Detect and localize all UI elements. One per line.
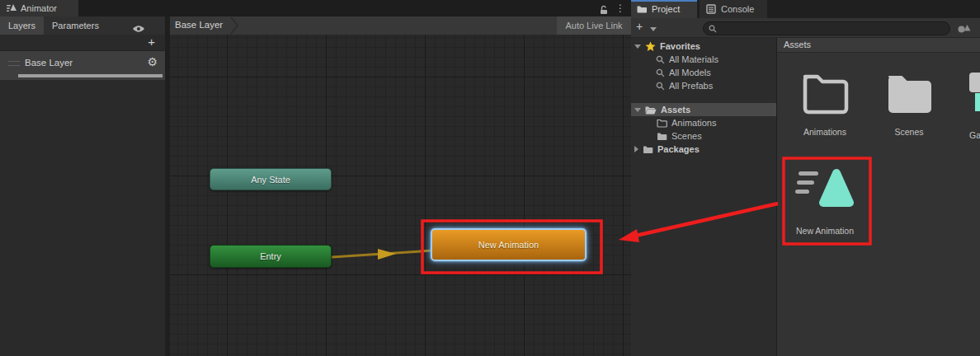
- layer-row-base-layer[interactable]: Base Layer ⚙: [0, 51, 165, 80]
- tree-item-all-prefabs[interactable]: All Prefabs: [631, 79, 776, 92]
- state-node-new-animation[interactable]: New Animation: [431, 228, 587, 261]
- add-layer-row: +: [0, 35, 165, 51]
- assets-grid-header-label: Assets: [784, 40, 811, 49]
- folder-empty-icon: [657, 119, 667, 128]
- state-node-any-state[interactable]: Any State: [210, 168, 332, 190]
- project-tabbar: Project Console: [631, 0, 980, 18]
- animation-clip-icon: [792, 162, 858, 209]
- animator-breadcrumb-bar: Base Layer Auto Live Link: [170, 16, 631, 35]
- search-icon: [656, 82, 665, 91]
- unity-editor: Animator ⋮ Layers Parameters + Base Laye…: [0, 0, 980, 356]
- folder-icon: [657, 132, 667, 141]
- chevron-right-icon[interactable]: [634, 146, 638, 152]
- project-body: Favorites All Materials All Models: [631, 38, 980, 356]
- chevron-down-icon[interactable]: [650, 27, 657, 31]
- animator-graph-canvas[interactable]: Any State Entry New Animation: [170, 35, 631, 356]
- tab-project-label: Project: [652, 4, 680, 14]
- auto-live-link-button[interactable]: Auto Live Link: [557, 16, 631, 35]
- asset-item-new-animation[interactable]: New Animation: [782, 162, 868, 236]
- layers-tab[interactable]: Layers: [0, 16, 44, 35]
- layer-name: Base Layer: [25, 58, 73, 68]
- folder-icon: [637, 5, 647, 13]
- transition-arrow[interactable]: [170, 35, 631, 356]
- parameters-tab[interactable]: Parameters: [44, 16, 107, 35]
- folder-open-icon: [645, 105, 657, 115]
- tree-item-favorites[interactable]: Favorites: [631, 40, 776, 53]
- partial-asset-icon: [975, 93, 980, 111]
- drag-handle-icon[interactable]: [8, 61, 20, 66]
- tree-item-animations[interactable]: Animations: [631, 116, 776, 129]
- assets-grid[interactable]: Assets Animations Scenes: [777, 38, 980, 356]
- search-by-type-icon[interactable]: [957, 21, 972, 34]
- asset-label: Animations: [782, 127, 868, 137]
- tab-console[interactable]: Console: [700, 0, 767, 18]
- tree-label: All Models: [669, 68, 711, 77]
- partial-asset-icon: [969, 73, 980, 92]
- star-icon: [645, 41, 656, 52]
- kebab-menu-icon[interactable]: ⋮: [615, 2, 625, 15]
- tree-item-all-materials[interactable]: All Materials: [631, 53, 776, 66]
- layer-weight-bar[interactable]: [18, 74, 163, 77]
- search-field[interactable]: [703, 21, 950, 35]
- breadcrumb-layer[interactable]: Base Layer: [175, 20, 223, 30]
- animator-icon: [7, 3, 16, 13]
- tree-label: Favorites: [660, 41, 700, 51]
- tree-item-packages[interactable]: Packages: [631, 143, 776, 156]
- asset-label: Scenes: [866, 127, 952, 137]
- tree-item-all-models[interactable]: All Models: [631, 66, 776, 79]
- chevron-down-icon[interactable]: [634, 44, 641, 49]
- tab-console-label: Console: [721, 4, 754, 14]
- tree-label: Assets: [661, 105, 690, 115]
- folder-empty-icon: [801, 71, 849, 115]
- tree-label: Animations: [671, 118, 716, 128]
- tree-label: Packages: [657, 144, 700, 154]
- add-layer-button[interactable]: +: [148, 35, 155, 49]
- assets-grid-header: Assets: [777, 38, 980, 53]
- node-label: Any State: [251, 175, 290, 185]
- create-asset-button[interactable]: +: [636, 20, 643, 33]
- search-icon: [709, 25, 717, 33]
- folder-icon: [643, 145, 653, 154]
- search-input[interactable]: [720, 23, 943, 34]
- node-label: New Animation: [478, 240, 539, 250]
- gear-icon[interactable]: ⚙: [147, 55, 158, 68]
- tree-label: All Prefabs: [669, 81, 713, 91]
- tree-label: All Materials: [669, 54, 719, 64]
- console-icon: [706, 4, 716, 14]
- asset-label: New Animation: [782, 226, 868, 236]
- asset-item-animations-folder[interactable]: Animations: [782, 71, 868, 137]
- breadcrumb-chevron-icon: [229, 16, 239, 35]
- tree-label: Scenes: [671, 131, 702, 141]
- tab-animator[interactable]: Animator: [0, 0, 78, 16]
- animator-layers-sidebar: Layers Parameters + Base Layer ⚙: [0, 16, 165, 356]
- folder-icon: [885, 71, 933, 115]
- chevron-down-icon[interactable]: [634, 108, 641, 112]
- search-icon: [656, 55, 665, 64]
- asset-item-scenes-folder[interactable]: Scenes: [866, 71, 952, 137]
- state-node-entry[interactable]: Entry: [210, 245, 332, 268]
- project-folder-tree: Favorites All Materials All Models: [631, 38, 776, 356]
- search-icon: [656, 68, 665, 77]
- tab-animator-label: Animator: [21, 3, 57, 13]
- tab-project[interactable]: Project: [631, 0, 697, 18]
- animator-titlebar: Animator ⋮: [0, 0, 631, 16]
- tree-item-scenes[interactable]: Scenes: [631, 129, 776, 143]
- project-window: Project Console +: [631, 0, 980, 356]
- node-label: Entry: [260, 251, 281, 261]
- tree-item-assets[interactable]: Assets: [631, 103, 776, 116]
- asset-label: Ga: [969, 130, 980, 140]
- project-toolbar: +: [631, 18, 980, 38]
